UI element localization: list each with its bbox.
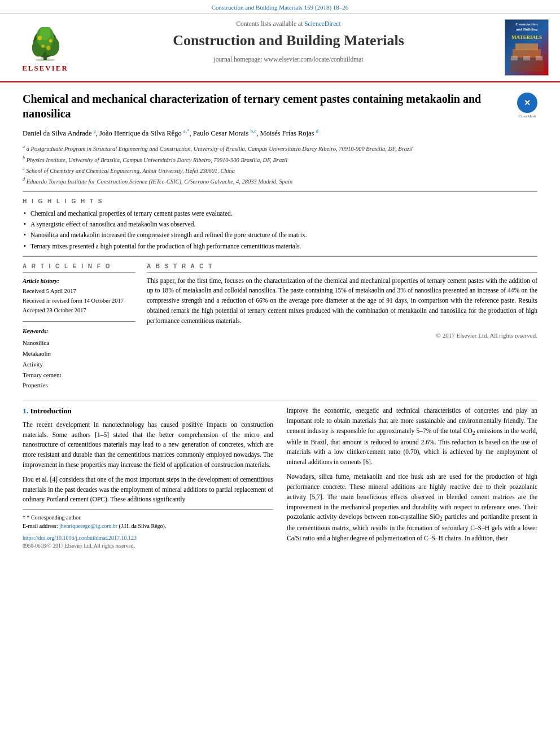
- cover-box-title: Constructionand Building: [515, 22, 537, 32]
- right-para-2: Nowadays, silica fume, metakaolin and ri…: [287, 472, 537, 544]
- journal-homepage: journal homepage: www.elsevier.com/locat…: [85, 55, 492, 64]
- two-col-info-abstract: A R T I C L E I N F O Article history: R…: [23, 263, 537, 391]
- svg-point-7: [37, 36, 42, 41]
- affil-a-star: a,*: [183, 128, 190, 134]
- affiliation-c: c School of Chemistry and Chemical Engin…: [23, 165, 537, 175]
- crossmark-badge: ✕ CrossMark: [517, 93, 537, 113]
- affil-bc: b,c: [251, 128, 257, 134]
- keyword-3: Activity: [23, 359, 135, 370]
- article-info-label: A R T I C L E I N F O: [23, 263, 135, 273]
- highlight-item-2: A synergistic effect of nanosilica and m…: [23, 220, 537, 229]
- cover-box: Constructionand Building MATERIALS: [505, 19, 549, 76]
- page: Construction and Building Materials 159 …: [0, 0, 560, 747]
- journal-title-center: Contents lists available at ScienceDirec…: [79, 19, 498, 76]
- svg-rect-13: [515, 43, 538, 50]
- main-col-left: 1. Introduction The recent development i…: [23, 406, 273, 551]
- article-body: Chemical and mechanical characterization…: [0, 82, 560, 568]
- svg-rect-14: [511, 56, 518, 60]
- elsevier-logo: ELSEVIER: [11, 19, 79, 76]
- received-revised-date: Received in revised form 14 October 2017: [23, 296, 135, 306]
- sciencedirect-line: Contents lists available at ScienceDirec…: [85, 19, 492, 28]
- footnote-email: E-mail address: jhenriquerego@ig.com.br …: [23, 522, 273, 530]
- affiliation-a: a a Postgraduate Program in Structural E…: [23, 143, 537, 153]
- sciencedirect-link[interactable]: ScienceDirect: [304, 20, 341, 27]
- intro-para-1: The recent development in nanotechnology…: [23, 420, 273, 470]
- section-1-heading: 1. Introduction: [23, 406, 273, 417]
- article-title: Chemical and mechanical characterization…: [23, 91, 510, 121]
- highlight-item-4: Ternary mixes presented a high potential…: [23, 242, 537, 251]
- main-col-right: improve the economic, energetic and tech…: [287, 406, 537, 551]
- cover-box-materials: MATERIALS: [511, 34, 542, 41]
- crossmark-label: CrossMark: [517, 114, 537, 120]
- journal-top-bar: Construction and Building Materials 159 …: [0, 0, 560, 14]
- doi-link[interactable]: https://doi.org/10.1016/j.conbuildmat.20…: [23, 535, 137, 541]
- contents-label: Contents lists available at: [236, 20, 303, 27]
- right-para-1: improve the economic, energetic and tech…: [287, 406, 537, 468]
- main-content: 1. Introduction The recent development i…: [23, 406, 537, 560]
- svg-point-9: [41, 45, 45, 48]
- affiliation-d: d Eduardo Torroja Institute for Construc…: [23, 176, 537, 186]
- footnote-star: *: [23, 514, 27, 521]
- highlights-label: H I G H L I G H T S: [23, 198, 537, 206]
- keywords-list: Nanosilica Metakaolin Activity Ternary c…: [23, 338, 135, 390]
- article-dates: Received 5 April 2017 Received in revise…: [23, 287, 135, 315]
- affil-a: a: [94, 128, 96, 134]
- affiliations: a a Postgraduate Program in Structural E…: [23, 143, 537, 186]
- section-1-num: 1.: [23, 407, 28, 415]
- journal-main-title: Construction and Building Materials: [85, 30, 492, 51]
- divider-3: [23, 400, 537, 400]
- highlight-item-3: Nanosilica and metakaolin increased the …: [23, 230, 537, 239]
- keyword-4: Ternary cement: [23, 370, 135, 381]
- footnote-email-link[interactable]: jhenriquerego@ig.com.br: [59, 523, 117, 529]
- info-divider: [23, 321, 135, 322]
- svg-point-8: [49, 39, 53, 42]
- highlights-section: H I G H L I G H T S Chemical and mechani…: [23, 198, 537, 250]
- cover-image-icon: [510, 43, 544, 72]
- svg-rect-15: [523, 56, 530, 60]
- affiliation-b: b Physics Institute, University of Brasí…: [23, 155, 537, 164]
- abstract-label: A B S T R A C T: [147, 263, 537, 273]
- elsevier-tree-icon: [23, 27, 68, 61]
- svg-point-10: [46, 46, 51, 50]
- abstract-paragraph: This paper, for the first time, focuses …: [147, 276, 537, 326]
- abstract-col: A B S T R A C T This paper, for the firs…: [147, 263, 537, 391]
- section-1-title: Introduction: [30, 407, 72, 415]
- intro-para-2: Hou et al. [4] considers that one of the…: [23, 475, 273, 505]
- article-history-label: Article history:: [23, 277, 135, 286]
- journal-cover-image: Constructionand Building MATERIALS: [498, 19, 549, 76]
- keywords-label: Keywords:: [23, 327, 135, 336]
- footnote-email-note: (J.H. da Silva Rêgo).: [119, 523, 167, 529]
- accepted-date: Accepted 28 October 2017: [23, 306, 135, 316]
- elsevier-label: ELSEVIER: [22, 63, 68, 73]
- received-date: Received 5 April 2017: [23, 287, 135, 296]
- footnote-section: * * Corresponding author. E-mail address…: [23, 509, 273, 530]
- article-info-col: A R T I C L E I N F O Article history: R…: [23, 263, 135, 391]
- divider-1: [23, 191, 537, 192]
- footnote-corresponding: * * Corresponding author.: [23, 513, 273, 522]
- keyword-1: Nanosilica: [23, 338, 135, 348]
- highlight-item-1: Chemical and mechanical properties of te…: [23, 209, 537, 218]
- journal-header: ELSEVIER Contents lists available at Sci…: [0, 14, 560, 82]
- abstract-text: This paper, for the first time, focuses …: [147, 276, 537, 340]
- affil-d: d: [316, 128, 319, 134]
- crossmark-icon: ✕: [517, 93, 537, 113]
- svg-point-1: [36, 58, 55, 61]
- divider-2: [23, 256, 537, 257]
- article-title-section: Chemical and mechanical characterization…: [23, 91, 537, 121]
- highlights-list: Chemical and mechanical properties of te…: [23, 209, 537, 250]
- homepage-text: journal homepage: www.elsevier.com/locat…: [214, 56, 364, 63]
- keyword-5: Properties: [23, 380, 135, 391]
- authors-line: Daniel da Silva Andrade a, João Henrique…: [23, 128, 537, 139]
- doi-section: https://doi.org/10.1016/j.conbuildmat.20…: [23, 530, 273, 543]
- keyword-2: Metakaolin: [23, 348, 135, 359]
- issn-text: 0950-0618/© 2017 Elsevier Ltd. All right…: [23, 543, 273, 550]
- svg-rect-16: [536, 56, 542, 60]
- copyright-line: © 2017 Elsevier Ltd. All rights reserved…: [147, 331, 537, 340]
- journal-citation: Construction and Building Materials 159 …: [212, 4, 349, 11]
